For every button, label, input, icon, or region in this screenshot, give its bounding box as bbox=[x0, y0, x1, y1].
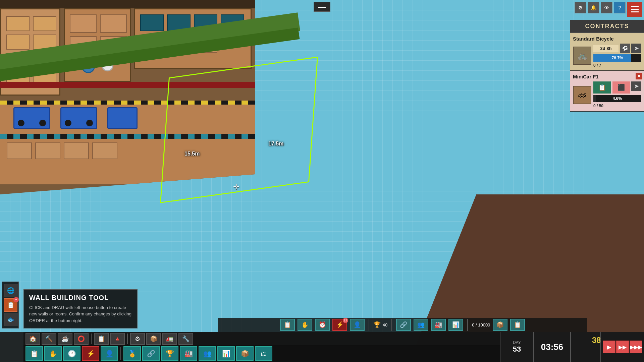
vehicle-3 bbox=[107, 107, 138, 129]
settings-icon-btn[interactable]: ⚙ bbox=[575, 2, 586, 13]
wheel bbox=[18, 120, 24, 126]
toolbar-btn-clock[interactable]: 🕐 bbox=[63, 346, 80, 361]
divider bbox=[91, 334, 92, 344]
day-counter: DAY 53 bbox=[500, 332, 533, 362]
vehicle-2 bbox=[60, 107, 97, 129]
primary-toolbar: 📋 ✋ 🕐 ⚡ 👤 🏅 🔗 🏆 🏭 👥 📊 📦 🗂 bbox=[23, 345, 517, 362]
workbench-bottom bbox=[35, 142, 60, 159]
toolbar-top-btn-1[interactable]: 📋 bbox=[280, 319, 295, 331]
secondary-btn-coffee[interactable]: ☕ bbox=[58, 333, 72, 345]
day-label: DAY bbox=[513, 340, 521, 345]
top-toolbar-row: 📋 ✋ ⏰ ⚡ 13 👤 🏆 40 🔗 👥 🏭 📊 0 / 10000 📦 📋 bbox=[218, 318, 587, 332]
fast-btn[interactable]: ▶▶ bbox=[616, 341, 629, 353]
contract-sport-btn[interactable]: ⚽ bbox=[620, 44, 630, 53]
secondary-toolbar: 🏠 🔨 ☕ ⭕ 📋 🔺 ⚙ 📦 🚛 🔧 bbox=[23, 332, 517, 346]
mini-btn-globe[interactable]: 🌐 bbox=[4, 284, 17, 297]
measurement-rectangle bbox=[160, 57, 318, 203]
top-center-button[interactable]: ▬▬ bbox=[314, 2, 330, 12]
contract-arrow-btn-2[interactable]: ➤ bbox=[631, 81, 641, 91]
toolbar-top-btn-users[interactable]: 👥 bbox=[414, 319, 428, 331]
toolbar-btn-clipboard[interactable]: 📋 bbox=[25, 346, 43, 361]
secondary-btn-circle[interactable]: ⭕ bbox=[74, 333, 89, 345]
help-icon-btn[interactable]: ? bbox=[614, 2, 626, 13]
toolbar-top-btn-alert[interactable]: ⚡ 13 bbox=[332, 319, 347, 331]
toolbar-divider-2 bbox=[391, 319, 392, 331]
toolbar-top-btn-export[interactable]: 📦 bbox=[493, 319, 507, 331]
hamburger-line-2 bbox=[631, 9, 639, 10]
secondary-btn-list[interactable]: 📋 bbox=[94, 333, 109, 345]
view-icon-btn[interactable]: 👁 bbox=[601, 2, 612, 13]
bottom-toolbar: 🏠 🔨 ☕ ⭕ 📋 🔺 ⚙ 📦 🚛 🔧 📋 ✋ 🕐 ⚡ 👤 🏅 🔗 🏆 🏭 👥 … bbox=[0, 332, 644, 362]
toolbar-btn-chart[interactable]: 📊 bbox=[217, 346, 235, 361]
contract-body-bicycle: 🚲 3d 8h ⚽ ➤ 78.7% 0 / 7 bbox=[573, 44, 641, 68]
secondary-btn-tool[interactable]: 🔧 bbox=[178, 333, 193, 345]
time-counter: 03:56 bbox=[533, 332, 570, 362]
bicycle-progress-label: 78.7% bbox=[593, 54, 641, 62]
toolbar-top-btn-5[interactable]: 👤 bbox=[350, 319, 365, 331]
contract-time-row: 3d 8h ⚽ ➤ bbox=[593, 44, 641, 53]
secondary-btn-gear[interactable]: ⚙ bbox=[130, 333, 145, 345]
hamburger-line-3 bbox=[631, 11, 639, 12]
toolbar-top-btn-logs[interactable]: 📋 bbox=[510, 319, 525, 331]
bicycle-progress-container: 78.7% bbox=[593, 54, 641, 62]
minicar-icon: 🏎 bbox=[578, 90, 586, 100]
contract-clipboard-btn[interactable]: 📋 bbox=[593, 81, 611, 94]
toolbar-top-btn-factory[interactable]: 🏭 bbox=[431, 319, 446, 331]
toolbar-btn-person[interactable]: 👤 bbox=[101, 346, 118, 361]
toolbar-btn-package[interactable]: 📦 bbox=[236, 346, 254, 361]
contracts-header: CONTRACTS bbox=[570, 20, 644, 33]
toolbar-btn-alert[interactable]: ⚡ bbox=[82, 346, 99, 361]
contract-thumbnail-bicycle: 🚲 bbox=[573, 47, 591, 65]
minicar-progress-container: 4.6% bbox=[593, 95, 641, 102]
mini-btn-orders[interactable]: 📋 + bbox=[4, 298, 17, 312]
mini-btn-badge: + bbox=[13, 297, 19, 302]
toolbar-divider-3 bbox=[467, 319, 468, 331]
toolbar-btn-hand[interactable]: ✋ bbox=[44, 346, 62, 361]
notification-icon-btn[interactable]: 🔔 bbox=[588, 2, 599, 13]
tooltip-title: WALL BUILDING TOOL bbox=[29, 294, 132, 302]
speed-controls: ▶ ▶▶ ▶▶▶ bbox=[600, 332, 644, 362]
toolbar-top-btn-chart[interactable]: 📊 bbox=[448, 319, 463, 331]
contract-item-minicar: MiniCar F1 ✕ 🏎 📋 ⬛ ➤ 4.6% 0 / 50 bbox=[570, 71, 644, 112]
teal-machine bbox=[140, 14, 164, 31]
trophy-count: 40 bbox=[383, 322, 387, 327]
trophy-status: 🏆 40 bbox=[373, 321, 387, 328]
contract-info-minicar: 📋 ⬛ ➤ 4.6% 0 / 50 bbox=[593, 81, 641, 108]
workbench bbox=[6, 35, 30, 50]
alert-badge: 13 bbox=[343, 318, 348, 323]
hamburger-menu-btn[interactable] bbox=[627, 2, 642, 17]
contract-time-bicycle: 3d 8h bbox=[593, 45, 619, 52]
toolbar-btn-trophy[interactable]: 🏆 bbox=[161, 346, 178, 361]
toolbar-top-btn-3[interactable]: ⏰ bbox=[315, 319, 330, 331]
secondary-btn-truck[interactable]: 🚛 bbox=[162, 333, 177, 345]
machine-2 bbox=[100, 14, 127, 33]
toolbar-btn-factory[interactable]: 🏭 bbox=[180, 346, 197, 361]
trophy-icon: 🏆 bbox=[373, 321, 381, 328]
tooltip-panel: WALL BUILDING TOOL CLICK and DRAG with l… bbox=[23, 289, 138, 329]
workbench-bottom bbox=[64, 142, 89, 159]
toolbar-btn-docs[interactable]: 🗂 bbox=[255, 346, 272, 361]
workbench bbox=[33, 16, 56, 31]
toolbar-top-btn-2[interactable]: ✋ bbox=[298, 319, 312, 331]
mini-btn-fish[interactable]: 🐟 bbox=[4, 313, 17, 326]
contract-arrow-btn-1[interactable]: ➤ bbox=[631, 44, 641, 53]
toolbar-top-btn-network[interactable]: 🔗 bbox=[396, 319, 411, 331]
toolbar-divider-1 bbox=[369, 319, 369, 331]
secondary-btn-home[interactable]: 🏠 bbox=[25, 333, 40, 345]
contract-delete-btn[interactable]: ✕ bbox=[636, 73, 642, 79]
workbench bbox=[6, 16, 30, 31]
play-btn[interactable]: ▶ bbox=[603, 341, 615, 353]
toolbar-btn-network[interactable]: 🔗 bbox=[142, 346, 160, 361]
toolbar-btn-group[interactable]: 👥 bbox=[199, 346, 216, 361]
secondary-btn-hammer[interactable]: 🔨 bbox=[42, 333, 56, 345]
wheel bbox=[86, 120, 93, 126]
toolbar-btn-medal[interactable]: 🏅 bbox=[123, 346, 141, 361]
fastest-btn[interactable]: ▶▶▶ bbox=[630, 341, 642, 353]
cursor-indicator: ✛ bbox=[233, 183, 239, 191]
minicar-icon-area: 📋 ⬛ ➤ bbox=[593, 81, 641, 94]
wheel bbox=[39, 120, 46, 126]
contract-item-bicycle: Standard Bicycle 🚲 3d 8h ⚽ ➤ 78.7% 0 / 7 bbox=[570, 33, 644, 71]
secondary-btn-box[interactable]: 📦 bbox=[146, 333, 161, 345]
wheel bbox=[65, 120, 71, 126]
secondary-btn-layers[interactable]: 🔺 bbox=[110, 333, 125, 345]
